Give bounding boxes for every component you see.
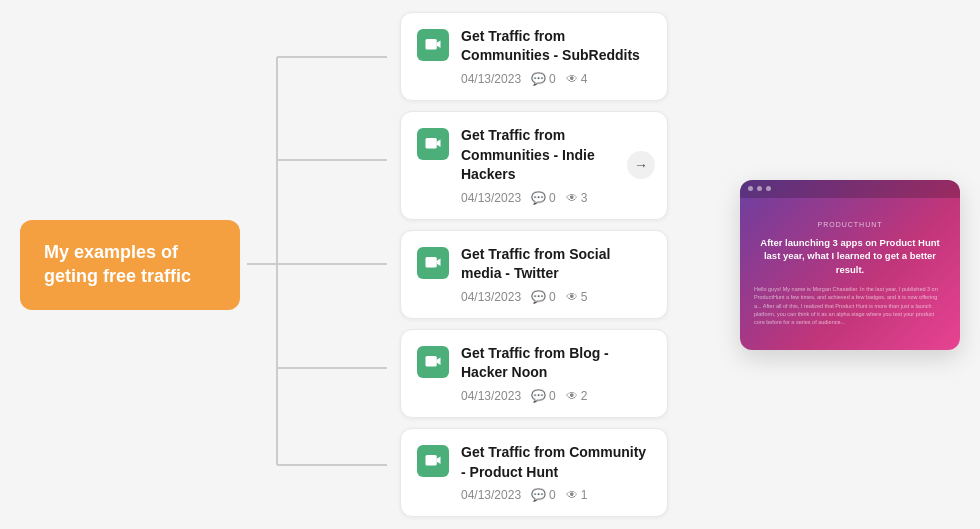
card-3-comments: 💬 0 xyxy=(531,290,556,304)
root-node[interactable]: My examples of geting free traffic xyxy=(20,220,240,310)
card-3-icon xyxy=(417,247,449,279)
browser-dot-1 xyxy=(748,186,753,191)
preview-card[interactable]: PRODUCTHUNT After launching 3 apps on Pr… xyxy=(740,180,960,350)
card-3-title: Get Traffic from Social media - Twitter xyxy=(461,245,651,284)
card-4-date: 04/13/2023 xyxy=(461,389,521,403)
card-4[interactable]: Get Traffic from Blog - Hacker Noon 04/1… xyxy=(400,329,668,418)
card-3-views: 👁 5 xyxy=(566,290,588,304)
card-2-arrow[interactable]: → xyxy=(627,151,655,179)
card-4-content: Get Traffic from Blog - Hacker Noon 04/1… xyxy=(461,344,651,403)
browser-dot-3 xyxy=(766,186,771,191)
card-1-meta: 04/13/2023 💬 0 👁 4 xyxy=(461,72,651,86)
card-2-icon xyxy=(417,128,449,160)
card-1-title: Get Traffic from Communities - SubReddit… xyxy=(461,27,651,66)
card-5-icon xyxy=(417,445,449,477)
card-1[interactable]: Get Traffic from Communities - SubReddit… xyxy=(400,12,668,101)
card-5-comments: 💬 0 xyxy=(531,488,556,502)
svg-rect-13 xyxy=(426,356,437,367)
video-icon xyxy=(424,36,442,54)
svg-marker-8 xyxy=(437,40,441,48)
svg-rect-7 xyxy=(426,39,437,50)
video-icon-2 xyxy=(424,135,442,153)
comment-icon-5: 💬 xyxy=(531,488,546,502)
comment-icon: 💬 xyxy=(531,72,546,86)
preview-logo: PRODUCTHUNT xyxy=(817,221,882,228)
svg-rect-11 xyxy=(426,257,437,268)
card-4-title: Get Traffic from Blog - Hacker Noon xyxy=(461,344,651,383)
comment-icon-2: 💬 xyxy=(531,191,546,205)
eye-icon: 👁 xyxy=(566,72,578,86)
connector-lines xyxy=(247,0,387,529)
preview-body: Hello guys! My name is Morgan Chastelier… xyxy=(754,285,946,326)
card-5[interactable]: Get Traffic from Community - Product Hun… xyxy=(400,428,668,517)
preview-content: PRODUCTHUNT After launching 3 apps on Pr… xyxy=(740,198,960,350)
card-2-meta: 04/13/2023 💬 0 👁 3 xyxy=(461,191,651,205)
card-3-date: 04/13/2023 xyxy=(461,290,521,304)
card-2-date: 04/13/2023 xyxy=(461,191,521,205)
svg-marker-16 xyxy=(437,457,441,465)
card-1-icon xyxy=(417,29,449,61)
card-3-meta: 04/13/2023 💬 0 👁 5 xyxy=(461,290,651,304)
video-icon-5 xyxy=(424,452,442,470)
browser-dot-2 xyxy=(757,186,762,191)
card-2-views: 👁 3 xyxy=(566,191,588,205)
card-5-meta: 04/13/2023 💬 0 👁 1 xyxy=(461,488,651,502)
svg-marker-14 xyxy=(437,357,441,365)
svg-marker-12 xyxy=(437,258,441,266)
card-5-content: Get Traffic from Community - Product Hun… xyxy=(461,443,651,502)
card-5-title: Get Traffic from Community - Product Hun… xyxy=(461,443,651,482)
card-1-content: Get Traffic from Communities - SubReddit… xyxy=(461,27,651,86)
eye-icon-5: 👁 xyxy=(566,488,578,502)
svg-marker-10 xyxy=(437,139,441,147)
video-icon-4 xyxy=(424,353,442,371)
preview-browser-bar xyxy=(740,180,960,198)
cards-column: Get Traffic from Communities - SubReddit… xyxy=(400,12,668,518)
svg-rect-15 xyxy=(426,455,437,466)
svg-rect-9 xyxy=(426,138,437,149)
comment-icon-3: 💬 xyxy=(531,290,546,304)
card-1-comments: 💬 0 xyxy=(531,72,556,86)
card-4-icon xyxy=(417,346,449,378)
root-label: My examples of geting free traffic xyxy=(44,241,216,288)
card-5-views: 👁 1 xyxy=(566,488,588,502)
card-4-meta: 04/13/2023 💬 0 👁 2 xyxy=(461,389,651,403)
card-2[interactable]: Get Traffic from Communities - Indie Hac… xyxy=(400,111,668,220)
card-2-comments: 💬 0 xyxy=(531,191,556,205)
comment-icon-4: 💬 xyxy=(531,389,546,403)
eye-icon-3: 👁 xyxy=(566,290,578,304)
eye-icon-4: 👁 xyxy=(566,389,578,403)
preview-inner: PRODUCTHUNT After launching 3 apps on Pr… xyxy=(740,180,960,350)
preview-heading: After launching 3 apps on Product Hunt l… xyxy=(754,236,946,277)
card-3[interactable]: Get Traffic from Social media - Twitter … xyxy=(400,230,668,319)
mindmap-container: My examples of geting free traffic xyxy=(0,0,980,529)
card-1-views: 👁 4 xyxy=(566,72,588,86)
card-2-title: Get Traffic from Communities - Indie Hac… xyxy=(461,126,651,185)
card-1-date: 04/13/2023 xyxy=(461,72,521,86)
eye-icon-2: 👁 xyxy=(566,191,578,205)
card-4-comments: 💬 0 xyxy=(531,389,556,403)
card-3-content: Get Traffic from Social media - Twitter … xyxy=(461,245,651,304)
card-4-views: 👁 2 xyxy=(566,389,588,403)
card-2-content: Get Traffic from Communities - Indie Hac… xyxy=(461,126,651,205)
card-5-date: 04/13/2023 xyxy=(461,488,521,502)
video-icon-3 xyxy=(424,254,442,272)
